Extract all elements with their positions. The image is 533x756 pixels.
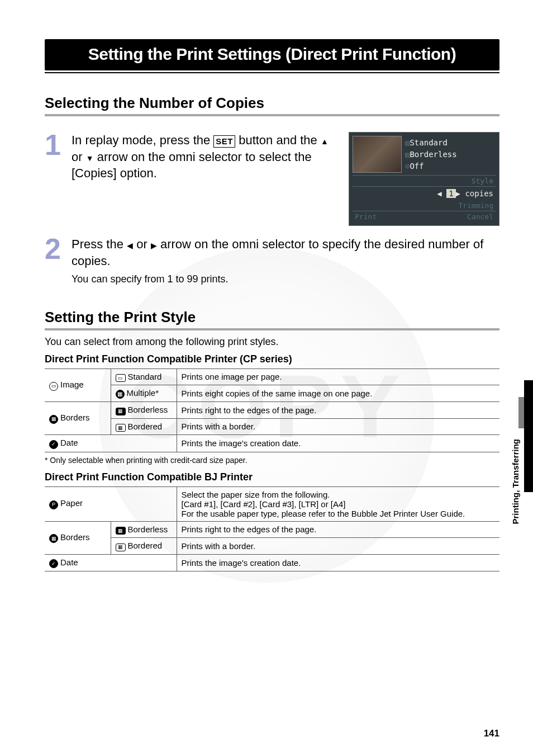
step2-or1: or bbox=[133, 237, 151, 251]
bordered-icon: ▦ bbox=[116, 424, 126, 432]
ss-copies-num: 1 bbox=[446, 189, 455, 198]
section-style-heading: Setting the Print Style bbox=[45, 309, 499, 326]
bj-date-icon: ✓ bbox=[49, 559, 58, 568]
ss-standard: Standard bbox=[410, 138, 447, 147]
ss-off: Off bbox=[410, 162, 423, 171]
page-title: Setting the Print Settings (Direct Print… bbox=[45, 39, 499, 70]
ss-borderless: Borderless bbox=[410, 150, 456, 159]
bj-paper-desc1: Select the paper size from the following… bbox=[182, 490, 496, 499]
bj-date-desc: Prints the image's creation date. bbox=[177, 554, 499, 571]
bj-table: PPaper Select the paper size from the fo… bbox=[45, 486, 499, 572]
image-icon: ▭ bbox=[49, 382, 58, 391]
ss-copies: copies bbox=[465, 189, 493, 198]
step2-sub: You can specify from 1 to 99 prints. bbox=[72, 272, 499, 286]
cp-date-desc: Prints the image's creation date. bbox=[177, 435, 499, 452]
ss-trimming: Trimming bbox=[458, 201, 493, 210]
step1-or1: or bbox=[72, 150, 86, 164]
bj-borders-icon: ▦ bbox=[49, 534, 58, 543]
step-number-2: 2 bbox=[45, 236, 64, 262]
borders-icon: ▦ bbox=[49, 415, 58, 424]
camera-screenshot: ▤Standard ▤Borderless ⊘Off Style ◀ 1 ▶ c… bbox=[349, 132, 499, 226]
arrow-right-icon: ▶ bbox=[151, 241, 157, 250]
bj-bordered-desc: Prints with a border. bbox=[177, 538, 499, 555]
bj-bordered-label: Bordered bbox=[128, 541, 163, 550]
bj-bordered-icon: ▦ bbox=[116, 544, 126, 551]
cp-table: ▭Image ▭Standard Prints one image per pa… bbox=[45, 368, 499, 452]
step1-seg1: In replay mode, press the bbox=[72, 133, 213, 147]
set-button-glyph: SET bbox=[213, 135, 235, 148]
bj-paper-label: Paper bbox=[60, 498, 83, 508]
bj-borderless-icon: ▦ bbox=[116, 527, 126, 535]
cp-multiple-label: Multiple* bbox=[127, 388, 159, 398]
cp-bordered-desc: Prints with a border. bbox=[177, 418, 499, 435]
step-2-body: Press the ◀ or ▶ arrow on the omni selec… bbox=[72, 236, 499, 286]
ss-cancel: Cancel bbox=[467, 212, 493, 221]
section-copies-heading: Selecting the Number of Copies bbox=[45, 94, 499, 112]
cp-standard-label: Standard bbox=[128, 372, 162, 381]
multiple-icon bbox=[116, 390, 125, 399]
bj-paper-desc2: [Card #1], [Card #2], [Card #3], [LTR] o… bbox=[182, 499, 496, 509]
bj-heading: Direct Print Function Compatible BJ Prin… bbox=[45, 471, 499, 483]
ss-style: Style bbox=[472, 177, 493, 185]
bj-borderless-desc: Prints right to the edges of the page. bbox=[177, 521, 499, 538]
step2-seg1: Press the bbox=[72, 237, 127, 251]
step-1-body: In replay mode, press the SET button and… bbox=[72, 132, 339, 182]
arrow-left-icon: ◀ bbox=[127, 241, 133, 250]
borderless-icon: ▦ bbox=[116, 408, 126, 415]
side-tab bbox=[518, 380, 533, 492]
date-icon: ✓ bbox=[49, 440, 58, 449]
cp-multiple-desc: Prints eight copies of the same image on… bbox=[177, 385, 499, 402]
step-1: 1 In replay mode, press the SET button a… bbox=[45, 132, 499, 226]
arrow-down-icon: ▼ bbox=[86, 154, 94, 163]
step1-seg2: button and the bbox=[235, 133, 321, 147]
cp-borders-label: Borders bbox=[60, 413, 90, 422]
bj-date-label: Date bbox=[60, 557, 78, 567]
step-2: 2 Press the ◀ or ▶ arrow on the omni sel… bbox=[45, 236, 499, 286]
arrow-up-icon: ▲ bbox=[321, 137, 329, 146]
step1-seg3: arrow on the omni selector to select the… bbox=[72, 150, 312, 181]
step-number-1: 1 bbox=[45, 132, 64, 158]
cp-date-label: Date bbox=[60, 438, 78, 447]
cp-borderless-desc: Prints right to the edges of the page. bbox=[177, 402, 499, 419]
cp-borderless-label: Borderless bbox=[128, 405, 168, 414]
screenshot-thumbnail bbox=[353, 136, 402, 173]
bj-borderless-label: Borderless bbox=[128, 525, 168, 534]
style-intro: You can select from among the following … bbox=[45, 336, 499, 348]
bj-borders-label: Borders bbox=[60, 532, 90, 542]
bj-paper-desc3: For the usable paper type, please refer … bbox=[182, 509, 496, 518]
cp-standard-desc: Prints one image per page. bbox=[177, 368, 499, 385]
cp-bordered-label: Bordered bbox=[128, 422, 163, 431]
page-number: 141 bbox=[484, 728, 499, 739]
ss-print: Print bbox=[355, 212, 377, 221]
standard-icon: ▭ bbox=[116, 374, 126, 382]
paper-icon: P bbox=[49, 500, 58, 509]
cp-heading: Direct Print Function Compatible Printer… bbox=[45, 353, 499, 365]
cp-image-label: Image bbox=[60, 380, 84, 389]
side-tab-label: Printing, Transferring bbox=[511, 439, 520, 525]
cp-footnote: * Only selectable when printing with cre… bbox=[45, 456, 499, 465]
